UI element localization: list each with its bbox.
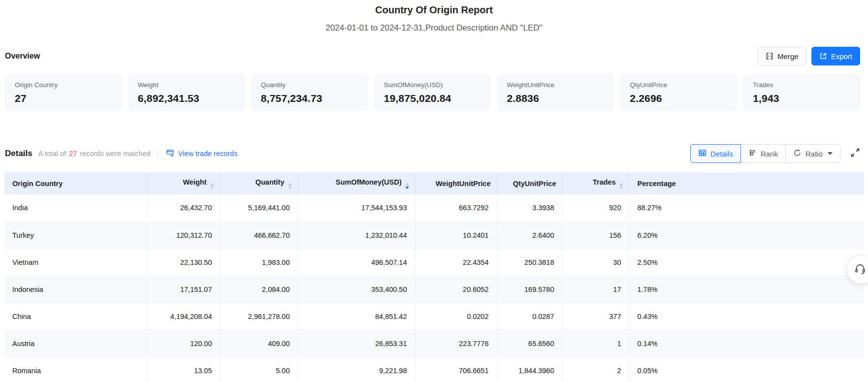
column-header-weight[interactable]: Weight bbox=[147, 172, 220, 194]
export-button[interactable]: Export bbox=[811, 47, 860, 65]
details-summary: Details A total of27records were matched… bbox=[5, 149, 237, 159]
overview-cards: Origin Country 27 Weight 6,892,341.53 Qu… bbox=[0, 74, 868, 111]
headset-icon bbox=[854, 262, 867, 277]
table-row: Indonesia17,151.072,084.00353,400.5020.6… bbox=[4, 276, 864, 303]
tab-details-label: Details bbox=[710, 150, 733, 158]
column-label: Weight bbox=[183, 178, 206, 186]
stat-card: Trades 1,943 bbox=[743, 74, 860, 111]
cell-country: Austria bbox=[4, 330, 147, 357]
stat-card: Quantity 8,757,234.73 bbox=[251, 74, 368, 111]
view-tabs: Details Rank Ratio bbox=[690, 144, 840, 163]
cell-percentage: 2.50% bbox=[629, 249, 864, 276]
column-header-trades[interactable]: Trades bbox=[562, 172, 629, 194]
cell-country: Indonesia bbox=[4, 276, 147, 303]
column-header-sum_usd[interactable]: SumOfMoney(USD) bbox=[298, 172, 415, 194]
cell-sum_usd: 496,507.14 bbox=[298, 249, 415, 276]
export-button-label: Export bbox=[831, 52, 852, 61]
table-row: Austria120.00409.0026,853.31223.777665.6… bbox=[4, 330, 864, 357]
cell-percentage: 0.43% bbox=[629, 303, 864, 330]
match-count: 27 bbox=[69, 150, 77, 158]
cell-qty_unit_price: 65.6560 bbox=[497, 330, 562, 357]
cell-trades: 920 bbox=[562, 194, 629, 222]
cell-quantity: 409.00 bbox=[220, 330, 298, 357]
cell-weight: 22,130.50 bbox=[147, 249, 220, 276]
column-header-qty_unit_price: QtyUnitPrice bbox=[497, 172, 562, 194]
merge-icon bbox=[766, 52, 773, 60]
overview-label: Overview bbox=[5, 52, 40, 61]
view-switcher: Details Rank Ratio bbox=[690, 144, 860, 163]
details-bar: Details A total of27records were matched… bbox=[0, 144, 868, 163]
stat-card-value: 19,875,020.84 bbox=[384, 93, 482, 104]
column-header-percentage: Percentage bbox=[629, 172, 864, 194]
cell-quantity: 5.00 bbox=[220, 357, 298, 382]
stat-card-label: Trades bbox=[753, 81, 850, 89]
table-body: India26,432.705,169,441.0017,544,153.936… bbox=[4, 194, 864, 382]
cell-qty_unit_price: 2.6400 bbox=[497, 222, 562, 249]
cell-quantity: 5,169,441.00 bbox=[220, 194, 298, 222]
stat-card-value: 2.2696 bbox=[630, 93, 727, 104]
cell-qty_unit_price: 3.3938 bbox=[497, 194, 562, 222]
stat-card-value: 8,757,234.73 bbox=[261, 93, 358, 104]
cell-country: India bbox=[4, 194, 147, 222]
table-icon bbox=[698, 149, 707, 159]
details-title: Details bbox=[5, 149, 32, 159]
cell-weight_unit_price: 10.2401 bbox=[415, 222, 497, 249]
cell-sum_usd: 1,232,010.44 bbox=[298, 222, 415, 249]
cell-sum_usd: 17,544,153.93 bbox=[298, 194, 415, 222]
column-label: SumOfMoney(USD) bbox=[336, 178, 402, 186]
page-title: Country Of Origin Report bbox=[0, 0, 868, 16]
cell-quantity: 2,084.00 bbox=[220, 276, 298, 303]
stat-card: Origin Country 27 bbox=[5, 74, 122, 111]
cell-quantity: 1,983.00 bbox=[220, 249, 298, 276]
cell-qty_unit_price: 0.0287 bbox=[497, 303, 562, 330]
cell-country: Vietnam bbox=[4, 249, 147, 276]
fullscreen-expand-icon bbox=[850, 148, 860, 159]
stat-card: SumOfMoney(USD) 19,875,020.84 bbox=[374, 74, 491, 111]
column-label: Origin Country bbox=[12, 180, 63, 188]
tab-details[interactable]: Details bbox=[690, 144, 741, 163]
column-header-quantity[interactable]: Quantity bbox=[220, 172, 298, 194]
cell-trades: 156 bbox=[562, 222, 629, 249]
column-label: WeightUnitPrice bbox=[436, 180, 491, 188]
cell-sum_usd: 26,853.31 bbox=[298, 330, 415, 357]
cell-trades: 2 bbox=[562, 357, 629, 382]
cell-percentage: 6.20% bbox=[629, 222, 864, 249]
merge-button-label: Merge bbox=[777, 52, 799, 61]
table-row: China4,194,208.042,961,278.0084,851.420.… bbox=[4, 303, 864, 330]
bar-rank-icon bbox=[748, 149, 757, 159]
column-header-weight_unit_price: WeightUnitPrice bbox=[415, 172, 497, 194]
export-icon bbox=[819, 52, 827, 60]
tab-rank[interactable]: Rank bbox=[740, 144, 786, 163]
view-trade-records-label: View trade records bbox=[178, 150, 238, 158]
cell-percentage: 0.05% bbox=[629, 357, 864, 382]
cell-weight_unit_price: 0.0202 bbox=[415, 303, 497, 330]
cell-weight_unit_price: 706.6651 bbox=[415, 357, 497, 382]
cell-qty_unit_price: 1,844.3960 bbox=[497, 357, 562, 382]
merge-button[interactable]: Merge bbox=[758, 47, 806, 65]
window-arrow-icon bbox=[166, 149, 174, 159]
cell-country: China bbox=[4, 303, 147, 330]
cell-qty_unit_price: 169.5780 bbox=[497, 276, 562, 303]
overview-bar: Overview Merge Export bbox=[0, 46, 868, 66]
tab-ratio[interactable]: Ratio bbox=[785, 144, 840, 163]
match-text: A total of27records were matched bbox=[38, 150, 151, 158]
column-label: Percentage bbox=[638, 180, 676, 188]
cell-qty_unit_price: 250.3818 bbox=[497, 249, 562, 276]
cell-weight_unit_price: 22.4354 bbox=[415, 249, 497, 276]
cell-weight: 120.00 bbox=[147, 330, 220, 357]
stat-card-label: SumOfMoney(USD) bbox=[384, 81, 482, 89]
fullscreen-button[interactable] bbox=[850, 148, 860, 159]
cell-weight: 120,312.70 bbox=[147, 222, 220, 249]
cell-trades: 1 bbox=[562, 330, 629, 357]
tab-ratio-label: Ratio bbox=[805, 150, 823, 158]
cell-weight: 17,151.07 bbox=[147, 276, 220, 303]
cell-weight_unit_price: 663.7292 bbox=[415, 194, 497, 222]
stat-card-value: 1,943 bbox=[753, 93, 850, 104]
cell-sum_usd: 353,400.50 bbox=[298, 276, 415, 303]
view-trade-records-link[interactable]: View trade records bbox=[166, 149, 238, 159]
cell-sum_usd: 9,221.98 bbox=[298, 357, 415, 382]
cell-trades: 17 bbox=[562, 276, 629, 303]
column-label: QtyUnitPrice bbox=[513, 180, 556, 188]
sort-carets-icon bbox=[619, 183, 623, 189]
cell-percentage: 1.78% bbox=[629, 276, 864, 303]
